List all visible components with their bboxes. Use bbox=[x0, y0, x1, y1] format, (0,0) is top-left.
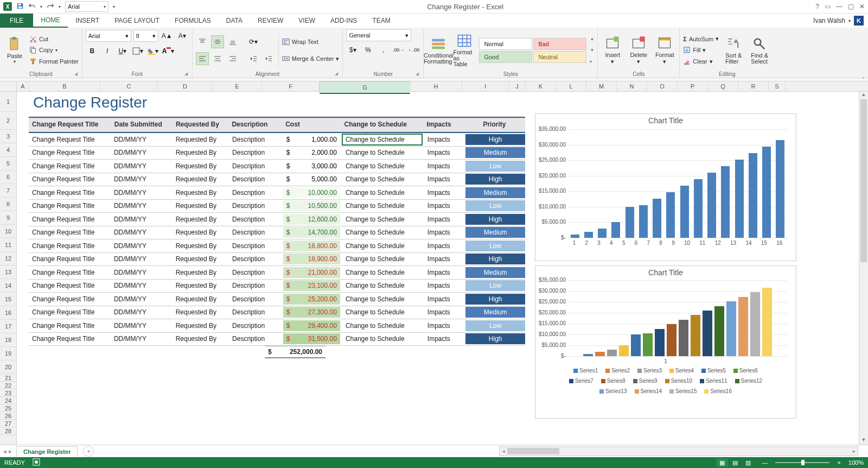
table-row[interactable]: Change Request TitleDD/MM/YYRequested By… bbox=[29, 306, 525, 320]
row-header[interactable]: 21 bbox=[0, 374, 16, 382]
style-normal[interactable]: Normal bbox=[479, 38, 532, 50]
vertical-scrollbar[interactable]: ▲▼ bbox=[859, 92, 868, 445]
row-header[interactable]: 8 bbox=[0, 198, 16, 211]
save-icon[interactable] bbox=[16, 2, 24, 11]
italic-icon[interactable]: I bbox=[101, 45, 114, 58]
row-header[interactable]: 22 bbox=[0, 382, 16, 389]
collapse-ribbon-icon[interactable]: ˄ bbox=[862, 77, 865, 83]
col-header-M[interactable]: M bbox=[586, 81, 617, 91]
row-header[interactable]: 18 bbox=[0, 333, 16, 347]
cut-button[interactable]: Cut bbox=[29, 34, 79, 45]
restore-icon[interactable]: ▢ bbox=[848, 3, 854, 10]
copy-button[interactable]: Copy▾ bbox=[29, 45, 79, 55]
row-header[interactable]: 5 bbox=[0, 157, 16, 170]
col-header-L[interactable]: L bbox=[556, 81, 586, 91]
ribbon-tab-review[interactable]: REVIEW bbox=[250, 14, 291, 28]
orientation-icon[interactable]: ⟳▾ bbox=[247, 35, 260, 48]
merge-center-button[interactable]: Merge & Center▾ bbox=[282, 53, 340, 64]
chart-multi-series[interactable]: Chart Title $-$5,000.00$10,000.00$15,000… bbox=[535, 265, 796, 419]
row-header[interactable]: 2 bbox=[0, 112, 16, 130]
ribbon-tab-add-ins[interactable]: ADD-INS bbox=[323, 14, 365, 28]
col-header-E[interactable]: E bbox=[213, 81, 262, 91]
dec-indent-icon[interactable] bbox=[247, 52, 260, 65]
qat-customize-icon[interactable]: ▾ bbox=[113, 4, 115, 9]
percent-icon[interactable]: % bbox=[361, 43, 374, 56]
table-row[interactable]: Change Request TitleDD/MM/YYRequested By… bbox=[29, 253, 525, 267]
format-painter-button[interactable]: Format Painter bbox=[29, 56, 79, 67]
ribbon-options-icon[interactable]: ▭ bbox=[825, 3, 831, 10]
row-header[interactable]: 10 bbox=[0, 225, 16, 238]
fill-color-icon[interactable]: ▾ bbox=[146, 45, 159, 58]
fill-button[interactable]: Fill▾ bbox=[683, 45, 719, 55]
styles-more-icon[interactable]: ▾ bbox=[590, 59, 594, 64]
row-header[interactable]: 1 bbox=[0, 92, 16, 112]
autosum-button[interactable]: ΣAutoSum▾ bbox=[683, 34, 719, 45]
row-header[interactable]: 11 bbox=[0, 238, 16, 252]
grow-font-icon[interactable]: A▲ bbox=[161, 29, 174, 42]
row-header[interactable]: 4 bbox=[0, 143, 16, 157]
table-row[interactable]: Change Request TitleDD/MM/YYRequested By… bbox=[29, 186, 525, 200]
select-all-corner[interactable] bbox=[0, 81, 17, 91]
comma-icon[interactable]: , bbox=[376, 43, 390, 56]
row-header[interactable]: 3 bbox=[0, 130, 16, 143]
border-icon[interactable]: ▾ bbox=[131, 45, 144, 58]
col-header-J[interactable]: J bbox=[509, 81, 526, 91]
undo-icon[interactable] bbox=[28, 2, 36, 11]
ribbon-tab-home[interactable]: HOME bbox=[33, 14, 68, 28]
minimize-icon[interactable]: — bbox=[836, 3, 843, 10]
ribbon-tab-formulas[interactable]: FORMULAS bbox=[167, 14, 219, 28]
align-top-icon[interactable] bbox=[196, 35, 209, 48]
row-header[interactable]: 6 bbox=[0, 170, 16, 184]
zoom-level[interactable]: 100% bbox=[848, 459, 864, 466]
zoom-in-icon[interactable]: + bbox=[837, 459, 840, 466]
table-row[interactable]: Change Request TitleDD/MM/YYRequested By… bbox=[29, 319, 525, 333]
ribbon-tab-data[interactable]: DATA bbox=[219, 14, 250, 28]
row-header[interactable]: 25 bbox=[0, 404, 16, 412]
user-badge[interactable]: Ivan Walsh▾ K bbox=[809, 14, 868, 28]
align-center-icon[interactable] bbox=[211, 52, 224, 65]
row-header[interactable]: 13 bbox=[0, 265, 16, 279]
col-header-K[interactable]: K bbox=[526, 81, 556, 91]
new-sheet-icon[interactable]: + bbox=[83, 446, 94, 457]
col-header-C[interactable]: C bbox=[100, 81, 158, 91]
view-break-icon[interactable]: ▥ bbox=[742, 458, 754, 467]
align-right-icon[interactable] bbox=[226, 52, 239, 65]
table-row[interactable]: Change Request TitleDD/MM/YYRequested By… bbox=[29, 239, 525, 253]
redo-dropdown-icon[interactable]: ▾ bbox=[59, 4, 61, 9]
insert-cells-button[interactable]: Insert▾ bbox=[601, 33, 624, 68]
col-header-B[interactable]: B bbox=[29, 81, 100, 91]
row-header[interactable]: 26 bbox=[0, 412, 16, 420]
table-row[interactable]: Change Request TitleDD/MM/YYRequested By… bbox=[29, 147, 525, 160]
ribbon-tab-team[interactable]: TEAM bbox=[365, 14, 398, 28]
chart-single-series[interactable]: Chart Title $-$5,000.00$10,000.00$15,000… bbox=[535, 113, 796, 261]
row-header[interactable]: 16 bbox=[0, 306, 16, 320]
bold-icon[interactable]: B bbox=[86, 45, 99, 58]
underline-icon[interactable]: U▾ bbox=[116, 45, 129, 58]
row-header[interactable]: 15 bbox=[0, 293, 16, 306]
paste-button[interactable]: Paste▾ bbox=[3, 33, 26, 68]
table-row[interactable]: Change Request TitleDD/MM/YYRequested By… bbox=[29, 333, 525, 346]
horizontal-scrollbar[interactable]: ◂▸ bbox=[499, 446, 858, 456]
cond-format-button[interactable]: Conditional Formatting bbox=[427, 33, 450, 68]
row-header[interactable]: 14 bbox=[0, 279, 16, 293]
table-row[interactable]: Change Request TitleDD/MM/YYRequested By… bbox=[29, 200, 525, 213]
table-row[interactable]: Change Request TitleDD/MM/YYRequested By… bbox=[29, 293, 525, 306]
zoom-out-icon[interactable]: — bbox=[762, 459, 768, 466]
table-row[interactable]: Change Request TitleDD/MM/YYRequested By… bbox=[29, 160, 525, 173]
inc-decimal-icon[interactable]: .00→ bbox=[392, 43, 405, 56]
styles-down-icon[interactable]: ▼ bbox=[590, 48, 594, 53]
font-launcher-icon[interactable]: ◢ bbox=[184, 71, 188, 76]
col-header-F[interactable]: F bbox=[262, 81, 320, 91]
col-header-D[interactable]: D bbox=[158, 81, 213, 91]
row-header[interactable]: 12 bbox=[0, 252, 16, 265]
col-header-Q[interactable]: Q bbox=[708, 81, 738, 91]
clear-button[interactable]: Clear▾ bbox=[683, 56, 719, 67]
alignment-launcher-icon[interactable]: ◢ bbox=[335, 71, 338, 76]
row-header[interactable]: 9 bbox=[0, 211, 16, 225]
ribbon-tab-page-layout[interactable]: PAGE LAYOUT bbox=[107, 14, 167, 28]
undo-dropdown-icon[interactable]: ▾ bbox=[40, 4, 42, 9]
style-neutral[interactable]: Neutral bbox=[533, 51, 586, 63]
format-as-table-button[interactable]: Format as Table bbox=[453, 33, 476, 68]
font-size-select[interactable]: 8▾ bbox=[133, 30, 158, 42]
row-header[interactable]: 20 bbox=[0, 361, 16, 374]
